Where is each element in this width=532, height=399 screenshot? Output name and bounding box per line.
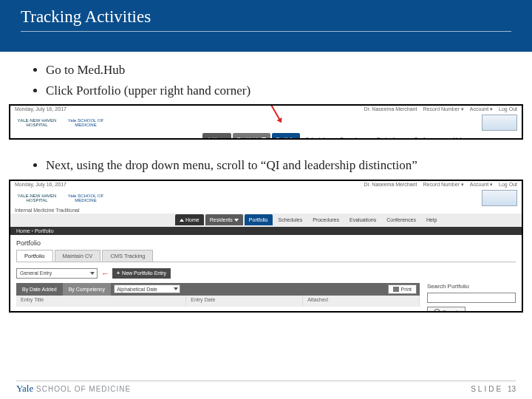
entry-select-row: General Entry ← New Portfolio Entry — [16, 268, 516, 279]
sort-select[interactable]: Alphabetical Date — [114, 284, 180, 293]
new-portfolio-entry-button[interactable]: New Portfolio Entry — [112, 268, 171, 279]
nav2-procedures[interactable]: Procedures — [308, 214, 344, 225]
tab-portfolio[interactable]: Portfolio — [16, 250, 53, 262]
search-input[interactable] — [427, 293, 516, 303]
content-area-2: Next, using the drop down menu, scroll t… — [0, 147, 532, 175]
date-label-2: Monday, July 16, 2017 — [15, 182, 66, 188]
tab-cms-tracking[interactable]: CMS Tracking — [102, 250, 153, 262]
entries-toolbar: By Date Added By Competency Alphabetical… — [16, 283, 420, 296]
tab-maintain-cv[interactable]: Maintain CV — [55, 250, 101, 262]
search-title: Search Portfolio — [427, 283, 516, 290]
nav-portfolio[interactable]: Portfolio — [272, 133, 300, 140]
header-photo-2 — [482, 190, 517, 206]
record-link[interactable]: Record Number ▾ — [423, 106, 463, 112]
nav2-residents[interactable]: Residents — [205, 214, 243, 225]
nav-schedules[interactable]: Schedules — [301, 133, 335, 140]
col-entry-date: Entry Date — [186, 296, 303, 307]
bullet-1b: Click Portfolio (upper right hand corner… — [46, 82, 511, 100]
nav-evaluations[interactable]: Evaluations — [372, 133, 408, 140]
main-nav-1: Home Residents Portfolio Schedules Proce… — [10, 132, 522, 140]
bullet-2a: Next, using the drop down menu, scroll t… — [46, 157, 511, 175]
user-label-2: Dr. Naseema Merchant — [364, 182, 417, 188]
panel-title: Portfolio — [16, 239, 516, 247]
ysm-logo-small-2: Yale SCHOOL OF MEDICINE — [64, 191, 108, 205]
lower-columns: By Date Added By Competency Alphabetical… — [16, 283, 516, 313]
header-row-2: YALE-NEW HAVEN HOSPITAL Yale SCHOOL OF M… — [10, 188, 522, 208]
nav-procedures[interactable]: Procedures — [335, 133, 371, 140]
ynhh-logo: YALE-NEW HAVEN HOSPITAL — [15, 115, 59, 130]
nav2-help[interactable]: Help — [422, 214, 441, 225]
entries-table-header: Entry Title Entry Date Attached — [16, 296, 420, 307]
account-link-2[interactable]: Account ▾ — [470, 182, 493, 188]
content-area: Go to Med.Hub Click Portfolio (upper rig… — [0, 52, 532, 100]
search-button[interactable]: Search — [427, 307, 466, 313]
ynhh-logo-2: YALE-NEW HAVEN HOSPITAL — [15, 191, 59, 205]
ysm-logo-small: Yale SCHOOL OF MEDICINE — [64, 115, 108, 130]
screenshot-1: Monday, July 16, 2017 Dr. Naseema Mercha… — [9, 104, 523, 140]
nav2-conferences[interactable]: Conferences — [382, 214, 420, 225]
search-pane: Search Portfolio Search — [427, 283, 516, 313]
yale-logo: Yale SCHOOL OF MEDICINE — [16, 383, 131, 395]
screenshot-2: Monday, July 16, 2017 Dr. Naseema Mercha… — [9, 180, 523, 313]
sort-by-competency[interactable]: By Competency — [63, 283, 111, 296]
bullet-list-2: Next, using the drop down menu, scroll t… — [46, 157, 511, 175]
dept-label: Internal Medicine Traditional — [10, 208, 522, 214]
chevron-down-icon — [262, 137, 266, 140]
slide-title: Tracking Activities — [21, 7, 511, 32]
entries-pane: By Date Added By Competency Alphabetical… — [16, 283, 420, 313]
portfolio-body: Portfolio Portfolio Maintain CV CMS Trac… — [10, 235, 522, 313]
home-icon-2 — [180, 219, 184, 222]
title-bar: Tracking Activities — [0, 0, 532, 52]
slide-number: SLIDE 13 — [471, 385, 516, 393]
col-entry-title: Entry Title — [16, 296, 186, 307]
portfolio-tabs: Portfolio Maintain CV CMS Tracking — [16, 250, 516, 262]
date-label: Monday, July 16, 2017 — [15, 106, 66, 112]
nav-conferences[interactable]: Conferences — [409, 133, 448, 140]
nav2-schedules[interactable]: Schedules — [274, 214, 307, 225]
bullet-list-1: Go to Med.Hub Click Portfolio (upper rig… — [46, 61, 511, 100]
header-row: YALE-NEW HAVEN HOSPITAL Yale SCHOOL OF M… — [10, 113, 522, 132]
record-link-2[interactable]: Record Number ▾ — [423, 182, 463, 188]
top-date-bar: Monday, July 16, 2017 Dr. Naseema Mercha… — [10, 106, 522, 113]
col-attached: Attached — [303, 296, 420, 307]
sort-by-date-added[interactable]: By Date Added — [16, 283, 63, 296]
breadcrumb: Home › Portfolio — [10, 227, 522, 235]
bullet-1a: Go to Med.Hub — [46, 61, 511, 80]
red-arrow-2: ← — [101, 269, 109, 278]
nav-residents[interactable]: Residents — [233, 133, 270, 140]
print-button[interactable]: Print — [388, 284, 417, 294]
chevron-down-icon-2 — [234, 219, 239, 222]
nav2-evaluations[interactable]: Evaluations — [345, 214, 381, 225]
nav2-portfolio[interactable]: Portfolio — [245, 214, 273, 225]
main-nav-2: Home Residents Portfolio Schedules Proce… — [10, 214, 522, 227]
user-label: Dr. Naseema Merchant — [364, 106, 417, 112]
nav2-home[interactable]: Home — [175, 214, 204, 225]
nav-home[interactable]: Home — [202, 133, 231, 140]
logout-link[interactable]: Log Out — [499, 106, 517, 112]
logout-link-2[interactable]: Log Out — [499, 182, 517, 188]
nav-help[interactable]: Help — [449, 133, 468, 140]
top-date-bar-2: Monday, July 16, 2017 Dr. Naseema Mercha… — [10, 181, 522, 188]
slide-footer: Yale SCHOOL OF MEDICINE SLIDE 13 — [16, 381, 516, 395]
entry-type-select[interactable]: General Entry — [16, 268, 98, 279]
account-link[interactable]: Account ▾ — [470, 106, 493, 112]
home-icon — [207, 137, 211, 140]
header-photo — [482, 115, 517, 131]
